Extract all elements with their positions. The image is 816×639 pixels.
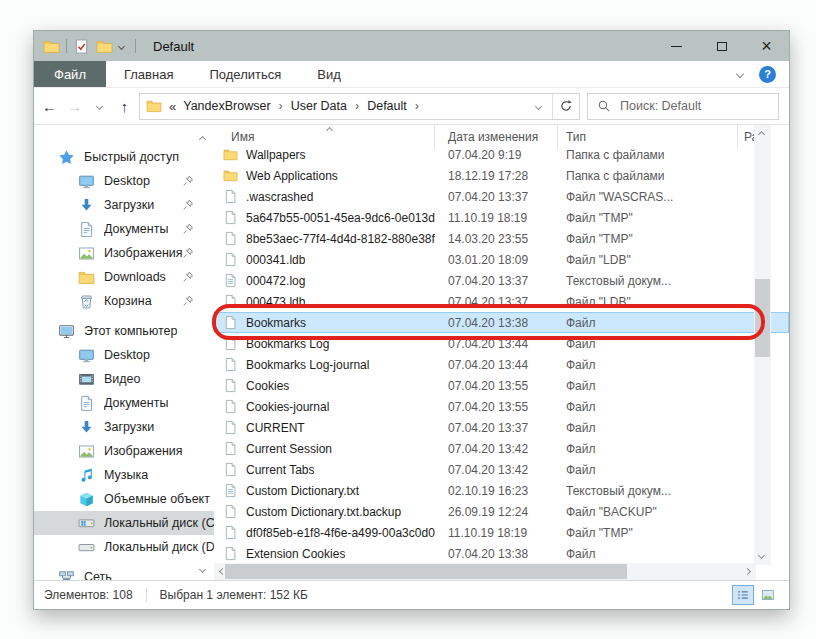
sidebar-item[interactable]: Изображения	[34, 439, 214, 463]
download-icon	[78, 197, 95, 214]
breadcrumb-item[interactable]: Default	[366, 99, 408, 113]
file-icon	[223, 378, 238, 393]
file-row[interactable]: 8be53aec-77f4-4d4d-8182-880e38f41f69.t..…	[214, 228, 789, 249]
file-row[interactable]: .wascrashed07.04.20 13:37Файл "WASCRAS..…	[214, 186, 789, 207]
file-row[interactable]: Web Applications18.12.19 17:28Папка с фа…	[214, 165, 789, 186]
search-placeholder: Поиск: Default	[620, 99, 701, 113]
breadcrumb-separator-icon[interactable]: ›	[348, 99, 366, 113]
file-icon	[223, 462, 238, 477]
new-folder-icon[interactable]	[96, 38, 113, 55]
file-name: CURRENT	[246, 421, 305, 435]
address-bar[interactable]: « YandexBrowser›User Data›Default›	[139, 93, 580, 120]
file-row[interactable]: Cookies-journal07.04.20 13:55Файл	[214, 396, 789, 417]
file-date: 07.04.20 13:44	[435, 358, 558, 372]
file-name: 5a647b55-0051-45ea-9dc6-0e013d4f2358....	[246, 211, 435, 225]
scroll-right-icon[interactable]	[744, 568, 751, 575]
sidebar-item[interactable]: Desktop	[34, 343, 214, 367]
back-button[interactable]: ←	[37, 93, 62, 119]
sidebar-item[interactable]: Загрузки	[34, 415, 214, 439]
file-row[interactable]: 000472.log07.04.20 13:37Текстовый докум.…	[214, 270, 789, 291]
file-type: Папка с файлами	[558, 169, 738, 183]
sidebar-item[interactable]: Сеть	[34, 565, 214, 580]
file-row[interactable]: CURRENT07.04.20 13:37Файл	[214, 417, 789, 438]
horizontal-scrollbar-thumb[interactable]	[225, 564, 627, 579]
file-row[interactable]: Cookies07.04.20 13:55Файл	[214, 375, 789, 396]
sidebar-item[interactable]: Изображения	[34, 241, 214, 265]
sidebar-scroll-up-icon[interactable]	[199, 136, 206, 143]
file-name: 000472.log	[246, 274, 305, 288]
ribbon-tab[interactable]: Поделиться	[191, 61, 299, 87]
sidebar-item[interactable]: Видео	[34, 367, 214, 391]
horizontal-scrollbar[interactable]	[214, 563, 756, 580]
sidebar-item[interactable]: Этот компьютер	[34, 319, 214, 343]
refresh-icon[interactable]	[552, 94, 579, 119]
breadcrumb-item[interactable]: YandexBrowser	[182, 99, 271, 113]
properties-icon[interactable]	[73, 38, 90, 55]
minimize-button[interactable]	[654, 31, 699, 61]
search-box[interactable]: Поиск: Default	[587, 93, 779, 120]
ribbon-tab[interactable]: Вид	[299, 61, 359, 87]
file-row[interactable]: Wallpapers07.04.20 9:19Папка с файлами	[214, 149, 789, 165]
file-row[interactable]: Bookmarks07.04.20 13:38Файл	[214, 312, 789, 333]
qat-customize-icon[interactable]	[118, 42, 125, 49]
file-icon	[223, 252, 238, 267]
breadcrumb-separator-icon[interactable]: ›	[408, 99, 426, 113]
file-row[interactable]: Extension Cookies07.04.20 13:38Файл	[214, 543, 789, 564]
vertical-scrollbar-thumb[interactable]	[755, 279, 770, 357]
ribbon-tab[interactable]: Главная	[106, 61, 191, 87]
file-row[interactable]: df0f85eb-e1f8-4f6e-a499-00a3c0d0275e.t..…	[214, 522, 789, 543]
close-button[interactable]: ×	[744, 31, 789, 61]
column-header-name[interactable]: Имя	[214, 125, 435, 149]
history-dropdown-icon[interactable]	[87, 93, 112, 119]
sidebar-item[interactable]: Документы	[34, 391, 214, 415]
file-row[interactable]: 5a647b55-0051-45ea-9dc6-0e013d4f2358....…	[214, 207, 789, 228]
ribbon-collapse-icon[interactable]	[736, 70, 744, 78]
help-icon[interactable]: ?	[759, 66, 776, 83]
sidebar-item[interactable]: Документы	[34, 217, 214, 241]
document-icon	[78, 395, 95, 412]
sidebar-item[interactable]: Загрузки	[34, 193, 214, 217]
thumbnail-view-button[interactable]	[757, 585, 779, 605]
details-view-button[interactable]	[732, 585, 754, 605]
column-header-date[interactable]: Дата изменения	[435, 125, 558, 149]
file-row[interactable]: Bookmarks Log-journal07.04.20 13:44Файл	[214, 354, 789, 375]
file-row[interactable]: Bookmarks Log07.04.20 13:44Файл	[214, 333, 789, 354]
maximize-button[interactable]	[699, 31, 744, 61]
up-button[interactable]: ↑	[112, 93, 137, 119]
sidebar-item[interactable]: Локальный диск (D	[34, 535, 214, 559]
ribbon-tab[interactable]: Файл	[34, 61, 106, 87]
file-icon	[223, 420, 238, 435]
sidebar-item[interactable]: Корзина	[34, 289, 214, 313]
breadcrumb-separator-icon[interactable]: ›	[272, 99, 290, 113]
forward-button[interactable]: →	[62, 93, 87, 119]
file-row[interactable]: 000341.ldb03.01.20 18:09Файл "LDB"	[214, 249, 789, 270]
file-name: 000473.ldb	[246, 295, 305, 309]
sidebar-item[interactable]: Downloads	[34, 265, 214, 289]
address-dropdown-icon[interactable]	[525, 94, 552, 119]
scroll-up-icon[interactable]	[758, 131, 765, 138]
file-row[interactable]: Custom Dictionary.txt.backup26.09.19 12:…	[214, 501, 789, 522]
file-type: Файл "TMP"	[558, 211, 738, 225]
file-row[interactable]: Custom Dictionary.txt02.10.19 16:23Текст…	[214, 480, 789, 501]
scroll-down-icon[interactable]	[758, 552, 765, 559]
sidebar-item-label: Desktop	[104, 174, 150, 188]
file-name: Bookmarks Log-journal	[246, 358, 369, 372]
computer-icon	[58, 323, 75, 340]
file-row[interactable]: Current Tabs07.04.20 13:42Файл	[214, 459, 789, 480]
sidebar-item[interactable]: Музыка	[34, 463, 214, 487]
file-row[interactable]: 000473.ldb07.04.20 13:37Файл "LDB"	[214, 291, 789, 312]
sidebar-item[interactable]: Локальный диск (C	[34, 511, 214, 535]
vertical-scrollbar[interactable]	[754, 125, 771, 565]
file-row[interactable]: Current Session07.04.20 13:42Файл	[214, 438, 789, 459]
breadcrumb-item[interactable]: User Data	[290, 99, 348, 113]
sidebar-item-label: Корзина	[104, 294, 152, 308]
sidebar-item[interactable]: Desktop	[34, 169, 214, 193]
file-date: 07.04.20 13:37	[435, 421, 558, 435]
file-icon	[223, 231, 238, 246]
file-date: 07.04.20 13:38	[435, 316, 558, 330]
sidebar-item-label: Изображения	[104, 444, 183, 458]
sort-ascending-icon	[326, 127, 333, 134]
sidebar-item[interactable]: Объемные объект	[34, 487, 214, 511]
sidebar-item[interactable]: Быстрый доступ	[34, 145, 214, 169]
column-header-type[interactable]: Тип	[558, 125, 738, 149]
